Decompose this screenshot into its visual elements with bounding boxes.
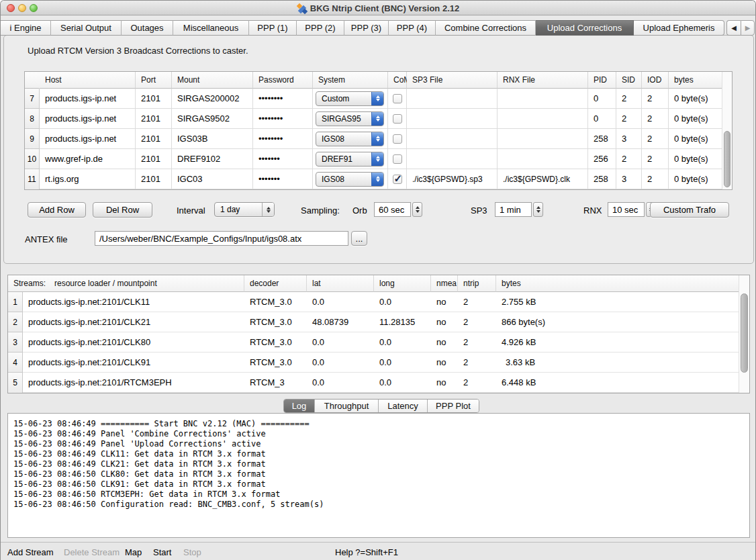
- cell-sid[interactable]: 3: [616, 129, 642, 149]
- tab-log[interactable]: Log: [284, 400, 315, 412]
- cell-rnx-file[interactable]: [498, 149, 588, 169]
- upload-table: Host Port Mount Password System CoM SP3 …: [24, 71, 733, 190]
- cell-sp3-file[interactable]: [407, 149, 498, 169]
- cell-rnx-file[interactable]: [498, 109, 588, 129]
- system-dropdown[interactable]: DREF91: [316, 152, 384, 167]
- cell-password[interactable]: •••••••: [253, 149, 313, 169]
- custom-trafo-button[interactable]: Custom Trafo: [650, 202, 729, 218]
- cell-sp3-file[interactable]: [407, 109, 498, 129]
- cell-rnx-file[interactable]: [498, 129, 588, 149]
- cell-pid[interactable]: 258: [588, 169, 616, 189]
- stream-row[interactable]: 4 products.igs-ip.net:2101/CLK91 RTCM_3.…: [8, 353, 749, 373]
- cell-host[interactable]: products.igs-ip.net: [40, 89, 136, 109]
- tab-ppp-plot[interactable]: PPP Plot: [428, 400, 479, 412]
- streams-scrollbar[interactable]: [739, 275, 749, 393]
- sp3-stepper[interactable]: [533, 202, 543, 217]
- system-dropdown[interactable]: Custom: [316, 91, 384, 106]
- tab-feed-engine[interactable]: i Engine: [1, 20, 51, 36]
- tab-serial-output[interactable]: Serial Output: [51, 20, 122, 36]
- cell-port[interactable]: 2101: [136, 169, 172, 189]
- cell-password[interactable]: ••••••••: [253, 109, 313, 129]
- cell-pid[interactable]: 258: [588, 129, 616, 149]
- stream-row[interactable]: 3 products.igs-ip.net:2101/CLK80 RTCM_3.…: [8, 332, 749, 353]
- tab-outages[interactable]: Outages: [122, 20, 173, 36]
- com-checkbox[interactable]: [393, 154, 402, 164]
- com-checkbox[interactable]: [393, 134, 402, 144]
- cell-sp3-file[interactable]: ./ic3${GPSWD}.sp3: [407, 169, 498, 189]
- cell-password[interactable]: ••••••••: [253, 89, 313, 109]
- system-dropdown[interactable]: SIRGAS95: [316, 111, 384, 126]
- table-scrollbar[interactable]: [722, 72, 732, 189]
- add-stream-button[interactable]: Add Stream: [7, 547, 54, 557]
- cell-mount[interactable]: SIRGAS200002: [172, 89, 253, 109]
- cell-ntrip: 2: [458, 353, 496, 373]
- sp3-sampling-field[interactable]: 1 min: [495, 202, 532, 217]
- interval-dropdown[interactable]: 1 day: [214, 202, 275, 217]
- tab-miscellaneous[interactable]: Miscellaneous: [173, 20, 249, 36]
- scrollbar-thumb[interactable]: [724, 131, 730, 187]
- cell-port[interactable]: 2101: [136, 129, 172, 149]
- orb-stepper[interactable]: [412, 202, 422, 217]
- tab-ppp-4[interactable]: PPP (4): [389, 20, 436, 36]
- del-row-button[interactable]: Del Row: [93, 202, 152, 218]
- cell-port[interactable]: 2101: [136, 89, 172, 109]
- tab-latency[interactable]: Latency: [379, 400, 428, 412]
- cell-sid[interactable]: 3: [616, 169, 642, 189]
- com-checkbox[interactable]: [393, 114, 402, 124]
- cell-iod[interactable]: 2: [642, 149, 669, 169]
- tab-upload-ephemeris[interactable]: Upload Ephemeris: [634, 20, 724, 36]
- antex-browse-button[interactable]: ...: [351, 231, 367, 246]
- tab-ppp-3[interactable]: PPP (3): [344, 20, 389, 36]
- tab-scroll-left-icon[interactable]: ◀: [726, 20, 741, 36]
- log-output[interactable]: 15-06-23 08:46:49 ========== Start BNC v…: [7, 413, 750, 538]
- cell-sp3-file[interactable]: [407, 129, 498, 149]
- stop-button[interactable]: Stop: [183, 547, 201, 557]
- cell-host[interactable]: www.gref-ip.de: [40, 149, 136, 169]
- cell-password[interactable]: •••••••: [253, 169, 313, 189]
- cell-iod[interactable]: 2: [642, 129, 669, 149]
- tab-combine-corrections[interactable]: Combine Corrections: [436, 20, 536, 36]
- cell-password[interactable]: ••••••••: [253, 129, 313, 149]
- cell-sp3-file[interactable]: [407, 89, 498, 109]
- cell-pid[interactable]: 0: [588, 109, 616, 129]
- cell-port[interactable]: 2101: [136, 149, 172, 169]
- map-button[interactable]: Map: [125, 547, 142, 557]
- rnx-sampling-field[interactable]: 10 sec: [608, 202, 645, 217]
- cell-pid[interactable]: 0: [588, 89, 616, 109]
- cell-rnx-file[interactable]: [498, 89, 588, 109]
- scrollbar-thumb[interactable]: [741, 293, 748, 373]
- tab-upload-corrections[interactable]: Upload Corrections: [536, 20, 634, 36]
- system-dropdown[interactable]: IGS08: [316, 172, 384, 187]
- cell-mount[interactable]: IGC03: [172, 169, 253, 189]
- cell-sid[interactable]: 2: [616, 109, 642, 129]
- tab-throughput[interactable]: Throughput: [315, 400, 379, 412]
- cell-port[interactable]: 2101: [136, 109, 172, 129]
- cell-iod[interactable]: 2: [642, 109, 669, 129]
- cell-host[interactable]: rt.igs.org: [40, 169, 136, 189]
- antex-file-input[interactable]: /Users/weber/BNC/Example_Configs/Input/i…: [95, 231, 348, 246]
- stream-row[interactable]: 1 products.igs-ip.net:2101/CLK11 RTCM_3.…: [8, 292, 749, 312]
- tab-scroll-right-icon[interactable]: ▶: [741, 20, 755, 36]
- cell-mount[interactable]: DREF9102: [172, 149, 253, 169]
- cell-sid[interactable]: 2: [616, 89, 642, 109]
- stream-row[interactable]: 2 products.igs-ip.net:2101/CLK21 RTCM_3.…: [8, 312, 749, 332]
- com-checkbox[interactable]: [393, 94, 402, 103]
- orb-sampling-field[interactable]: 60 sec: [374, 202, 411, 217]
- cell-pid[interactable]: 256: [588, 149, 616, 169]
- cell-iod[interactable]: 2: [642, 89, 669, 109]
- cell-host[interactable]: products.igs-ip.net: [40, 109, 136, 129]
- cell-rnx-file[interactable]: ./ic3${GPSWD}.clk: [498, 169, 588, 189]
- start-button[interactable]: Start: [153, 547, 171, 557]
- com-checkbox[interactable]: [393, 175, 402, 184]
- tab-ppp-1[interactable]: PPP (1): [249, 20, 297, 36]
- system-dropdown[interactable]: IGS08: [316, 132, 384, 146]
- cell-host[interactable]: products.igs-ip.net: [40, 129, 136, 149]
- cell-mount[interactable]: SIRGAS9502: [172, 109, 253, 129]
- cell-iod[interactable]: 2: [642, 169, 669, 189]
- delete-stream-button[interactable]: Delete Stream: [64, 547, 120, 557]
- tab-ppp-2[interactable]: PPP (2): [297, 20, 344, 36]
- cell-sid[interactable]: 2: [616, 149, 642, 169]
- stream-row[interactable]: 5 products.igs-ip.net:2101/RTCM3EPH RTCM…: [8, 373, 749, 393]
- cell-mount[interactable]: IGS03B: [172, 129, 253, 149]
- add-row-button[interactable]: Add Row: [28, 202, 86, 218]
